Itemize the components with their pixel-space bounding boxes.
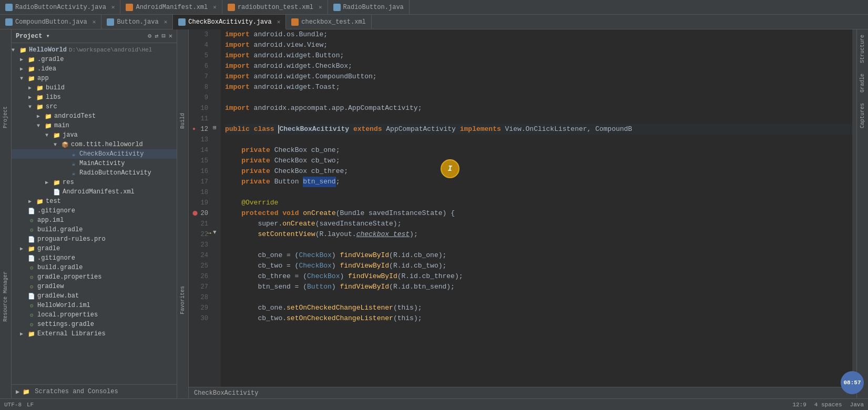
tab-close-checkbox[interactable]: ✕ (277, 18, 281, 25)
line-12: ● 12 (191, 124, 208, 135)
plain-8: android.widget.Toast; (250, 82, 340, 93)
sidebar-icon-1[interactable]: ⚙ (148, 32, 151, 40)
tree-label-gradle-folder: gradle (37, 245, 60, 252)
method-findviewbyid-26: findViewById (348, 271, 397, 282)
code-line-10: import androidx.appcompat.app.AppCompatA… (225, 103, 852, 114)
tree-item-src[interactable]: ▼ 📁 src (12, 102, 177, 111)
tree-label-appiml: app.iml (37, 217, 64, 224)
tree-item-gradlewbat[interactable]: ▶ 📄 gradlew.bat (12, 291, 177, 301)
tree-item-libs[interactable]: ▶ 📁 libs (12, 93, 177, 102)
resource-manager-label[interactable]: Resource Manager (3, 271, 8, 322)
tab-radiobtn[interactable]: RadioButton.java (328, 0, 410, 14)
tree-spacer-13: ▶ (20, 293, 27, 299)
line-num-20: 20 (201, 208, 208, 219)
vertical-scrollbar[interactable] (852, 29, 856, 387)
tab-radiotest[interactable]: radiobutton_test.xml ✕ (222, 0, 328, 14)
tree-icon-main: 📁 (44, 121, 53, 130)
tree-item-buildgradle-root[interactable]: ▶ ⚙ build.gradle (12, 263, 177, 272)
line-11: 11 (191, 114, 208, 124)
tree-item-test[interactable]: ▶ 📁 test (12, 197, 177, 206)
status-indent[interactable]: 4 spaces (814, 402, 842, 408)
line-num-11: 11 (201, 114, 208, 124)
tree-icon-src: 📁 (36, 102, 44, 111)
code-line-16: private CheckBox cb_three; (225, 166, 852, 177)
tree-label-androidtest: androidTest (54, 112, 96, 120)
line-16: 16 (191, 166, 208, 177)
tree-icon-settingsgradle: ⚙ (27, 320, 36, 329)
status-linesep[interactable]: LF (27, 402, 34, 408)
tab-radio[interactable]: RadioButtonActivity.java ✕ (0, 0, 120, 14)
tree-item-androidmanifest[interactable]: ▶ 📄 AndroidManifest.xml (12, 187, 177, 197)
tree-item-buildgradle-app[interactable]: ▶ ⚙ build.gradle (12, 225, 177, 234)
code-line-28 (225, 292, 852, 303)
kw-private-14: private (241, 145, 270, 156)
tab-compound[interactable]: CompoundButton.java ✕ (0, 15, 101, 29)
tab-close-button[interactable]: ✕ (164, 18, 168, 25)
sidebar-bottom-scratches[interactable]: ▶ 📁 Scratches and Consoles (12, 384, 177, 398)
status-encoding[interactable]: UTF-8 (4, 402, 22, 408)
tree-item-mainactivity[interactable]: ▶ ☕ MainActivity (12, 159, 177, 168)
tab-close-radiotest[interactable]: ✕ (319, 4, 322, 11)
tab-checkbox[interactable]: CheckBoxAcitivity.java ✕ (173, 15, 286, 29)
tree-item-settingsgradle[interactable]: ▶ ⚙ settings.gradle (12, 320, 177, 329)
fold-arrow-12[interactable]: ⊞ (213, 124, 217, 131)
structure-panel-label[interactable]: Structure (860, 35, 865, 63)
tab-checkboxtest[interactable]: checkbox_test.xml (286, 15, 371, 29)
line-7: 7 (191, 71, 208, 82)
tree-item-gradlew[interactable]: ▶ ⚙ gradlew (12, 282, 177, 291)
tree-item-checkboxacitivity[interactable]: ▶ ☕ CheckBoxAcitivity (12, 149, 177, 159)
tree-item-proguard[interactable]: ▶ 📄 proguard-rules.pro (12, 234, 177, 244)
tab-close-radio[interactable]: ✕ (111, 4, 115, 11)
line-24: 24 (191, 250, 208, 261)
code-editor[interactable]: I import android.os.Bundle; import andro… (221, 29, 852, 387)
type-checkbox-26: CheckBox (307, 271, 340, 282)
right-side-panels: Structure Gradle Captures (856, 29, 868, 398)
fold-arrow-20[interactable]: ▼ (213, 229, 217, 235)
code-line-26: cb_three = ( CheckBox ) findViewById (R.… (225, 271, 852, 282)
method-findviewbyid-27: findViewById (340, 282, 389, 292)
project-panel-label[interactable]: Project (3, 106, 8, 128)
tab-button[interactable]: Button.java ✕ (101, 15, 173, 29)
tree-item-gitignore1[interactable]: ▶ 📄 .gitignore (12, 206, 177, 216)
tree-arrow-main: ▼ (37, 123, 44, 129)
tree-item-package[interactable]: ▼ 📦 com.ttit.helloworld (12, 140, 177, 149)
method-setcontentview: setContentView (258, 229, 315, 240)
tree-item-gradle-folder[interactable]: ▶ 📁 gradle (12, 244, 177, 253)
tab-close-manifest[interactable]: ✕ (213, 4, 217, 11)
tree-item-gitignore-root[interactable]: ▶ 📄 .gitignore (12, 253, 177, 263)
tree-item-appiml[interactable]: ▶ ⚙ app.iml (12, 216, 177, 225)
tree-item-helloworldiml[interactable]: ▶ ⚙ HelloWorld.iml (12, 301, 177, 310)
tree-item-localprops[interactable]: ▶ ⚙ local.properties (12, 310, 177, 320)
tree-item-radiobuttonactivity[interactable]: ▶ ☕ RadioButtonActivity (12, 168, 177, 178)
sidebar-icon-4[interactable]: ✕ (169, 32, 172, 40)
build-panel-label[interactable]: Build (180, 113, 186, 129)
status-lang[interactable]: Java (850, 402, 864, 408)
tree-item-helloworld[interactable]: ▼ 📁 HelloWorld D:\workspace\android\Hel (12, 45, 177, 55)
sidebar-icon-2[interactable]: ⇄ (155, 32, 158, 40)
tree-label-test: test (46, 198, 61, 205)
tree-item-dotgradle[interactable]: ▶ 📁 .gradle (12, 55, 177, 64)
tree-item-java[interactable]: ▼ 📁 java (12, 130, 177, 140)
sidebar-icon-3[interactable]: ⊟ (162, 32, 166, 40)
tab-icon-button (107, 18, 114, 26)
tree-item-dotidea[interactable]: ▶ 📁 .idea (12, 64, 177, 74)
tab-label-manifest: AndroidManifest.xml (136, 4, 208, 11)
tree-item-gradleprops[interactable]: ▶ ⚙ gradle.properties (12, 272, 177, 282)
line-17: 17 (191, 177, 208, 187)
captures-panel-label[interactable]: Captures (860, 103, 865, 128)
tree-icon-mainactivity: ☕ (69, 159, 78, 168)
tree-item-external-libraries[interactable]: ▶ 📁 External Libraries (12, 329, 177, 339)
tree-arrow-dotidea: ▶ (20, 66, 27, 72)
tree-item-app[interactable]: ▼ 📁 app (12, 74, 177, 83)
tree-item-main[interactable]: ▼ 📁 main (12, 121, 177, 130)
tab-manifest[interactable]: AndroidManifest.xml ✕ (120, 0, 222, 14)
code-line-14: private CheckBox cb_one; (225, 145, 852, 156)
tree-item-res[interactable]: ▶ 📁 res (12, 178, 177, 187)
favorites-panel-label[interactable]: Favorites (180, 286, 186, 314)
tree-item-build[interactable]: ▶ 📁 build (12, 83, 177, 93)
status-bar: UTF-8 LF 12:9 4 spaces Java (0, 398, 868, 410)
gradle-panel-label[interactable]: Gradle (860, 74, 865, 93)
tree-item-androidtest[interactable]: ▶ 📁 androidTest (12, 111, 177, 121)
tab-icon-radiotest (228, 4, 235, 11)
tab-close-compound[interactable]: ✕ (93, 18, 96, 25)
